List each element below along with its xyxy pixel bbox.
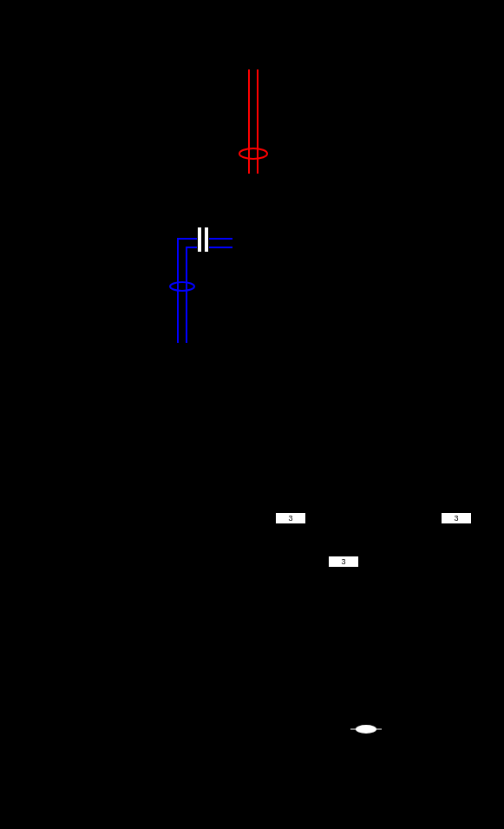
schematic-diagram: [0, 0, 504, 829]
label-text-2: 3: [454, 514, 458, 523]
capacitor-plate-right: [205, 227, 208, 252]
label-box-1: 3: [275, 512, 306, 524]
label-box-3: 3: [328, 556, 359, 568]
capacitor-plate-left: [198, 227, 201, 252]
blue-joint-ellipse: [170, 282, 194, 291]
label-text-3: 3: [341, 557, 345, 566]
label-text-1: 3: [288, 514, 292, 523]
red-joint-ellipse: [239, 148, 267, 159]
label-box-2: 3: [441, 512, 472, 524]
blue-line-inner: [187, 247, 197, 343]
